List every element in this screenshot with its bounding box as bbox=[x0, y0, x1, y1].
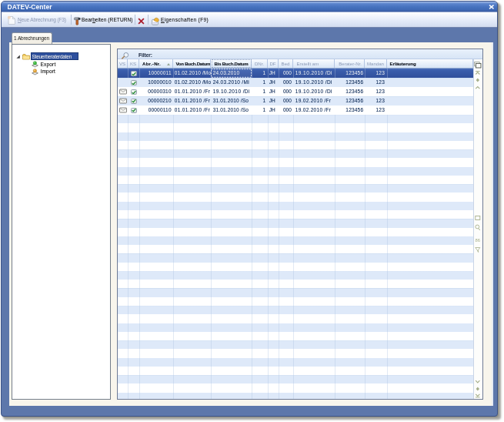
svg-text:86: 86 bbox=[476, 238, 480, 243]
